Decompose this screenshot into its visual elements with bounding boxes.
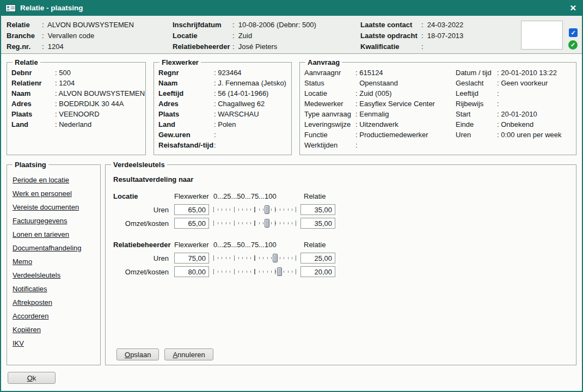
relatie-fieldset: Relatie Debnr: 500 Relatienr: 1204 Naam:…	[7, 58, 146, 155]
slider-handle[interactable]	[265, 219, 269, 228]
field-label: Leeftijd	[158, 88, 214, 99]
field-label: Naam	[158, 78, 214, 88]
slider-ticks	[213, 207, 296, 212]
slider-ticks	[213, 269, 296, 274]
verdeelsleutels-legend: Verdeelsleutels	[111, 161, 167, 169]
status-icon-column: ✓ ✓	[563, 20, 578, 50]
field-value: : Geen voorkeur	[497, 78, 548, 88]
field-label: Locatie	[173, 30, 232, 41]
field-value: :	[214, 130, 216, 140]
field-value: : Zuid	[232, 30, 252, 41]
close-icon[interactable]: ✕	[569, 4, 576, 12]
ratio-row-locatie-uren: Uren	[113, 204, 568, 215]
ratio-row-beheerder-omzet: Omzet/kosten	[113, 266, 568, 277]
sidebar-item-ikv[interactable]: IKV	[13, 336, 24, 350]
field-label: Inschrijfdatum	[173, 20, 232, 30]
aanvraag-legend: Aanvraag	[305, 58, 342, 66]
flexwerker-pct-input[interactable]	[174, 253, 209, 264]
relatie-pct-input[interactable]	[300, 253, 335, 264]
field-value: : Eenmalig	[355, 109, 389, 119]
field-value: : Vervallen code	[42, 30, 94, 41]
ratio-row-beheerder-uren: Uren	[113, 253, 568, 264]
field-value: : 20-01-2010 13:22	[497, 68, 557, 78]
field-label: Reisafstand/-tijd	[158, 140, 214, 150]
sidebar-item-verdeelsleutels[interactable]: Verdeelsleutels	[13, 268, 60, 282]
aanvraag-fieldset: Aanvraag Aanvraagnr: 615124 Status Opens…	[299, 58, 576, 155]
column-header-relatie: Relatie	[300, 192, 335, 200]
field-value: : Nederland	[55, 119, 91, 130]
relatie-pct-input[interactable]	[300, 266, 335, 277]
plaatsing-nav-fieldset: Plaatsing Periode en locatie Werk en per…	[7, 161, 101, 365]
field-label: Werktijden	[304, 140, 355, 150]
form-buttons: Opslaan Annuleren	[113, 348, 568, 360]
column-header-flexwerker: Flexwerker	[174, 241, 209, 249]
sidebar-item-aftrekposten[interactable]: Aftrekposten	[13, 296, 52, 309]
field-value: :	[355, 140, 358, 150]
aanvraag-columns: Aanvraagnr: 615124 Status Openstaand Loc…	[304, 68, 572, 150]
group-header-relatiebeheerder: Relatiebeheerder Flexwerker 0...25...50.…	[113, 241, 568, 249]
slider-ticks	[213, 255, 296, 261]
dialog-content: Relatie Debnr: 500 Relatienr: 1204 Naam:…	[1, 54, 582, 391]
ratio-slider[interactable]	[213, 218, 296, 228]
summary-fieldsets-row: Relatie Debnr: 500 Relatienr: 1204 Naam:…	[7, 58, 576, 155]
ratio-slider[interactable]	[213, 205, 296, 215]
sidebar-item-factuurgegevens[interactable]: Factuurgegevens	[13, 214, 67, 228]
dialog-footer: Ok	[7, 365, 576, 384]
slider-handle[interactable]	[265, 205, 269, 214]
sidebar-item-memo[interactable]: Memo	[13, 255, 32, 268]
field-label: Gew.uren	[158, 130, 214, 140]
slider-handle[interactable]	[277, 267, 282, 276]
sidebar-item-vereiste-documenten[interactable]: Vereiste documenten	[13, 200, 79, 214]
ratio-slider[interactable]	[213, 267, 296, 277]
field-label: Geslacht	[456, 78, 497, 88]
field-value: : Uitzendwerk	[355, 119, 398, 130]
flexwerker-pct-input[interactable]	[174, 218, 209, 229]
button-label: pslaan	[130, 351, 151, 359]
field-label: Relatiebeheerder	[173, 41, 232, 52]
field-value: : Productiemedewerker	[355, 130, 428, 140]
field-value: :	[497, 88, 499, 99]
sidebar-item-lonen-en-tarieven[interactable]: Lonen en tarieven	[13, 228, 69, 241]
sidebar-item-kopieren[interactable]: Kopiëren	[13, 323, 41, 336]
annuleren-button[interactable]: Annuleren	[164, 348, 213, 360]
slider-ticks	[213, 220, 296, 226]
slider-handle[interactable]	[273, 254, 278, 262]
relatie-pct-input[interactable]	[300, 204, 335, 215]
field-label: Relatienr	[11, 78, 55, 88]
button-hotkey: A	[173, 351, 177, 359]
sidebar-item-notificaties[interactable]: Notificaties	[13, 282, 47, 296]
field-label: Medewerker	[304, 99, 355, 109]
sidebar-item-accorderen[interactable]: Accorderen	[13, 309, 48, 323]
ok-button[interactable]: Ok	[8, 372, 56, 384]
window-icon	[5, 4, 16, 12]
column-header-flexwerker: Flexwerker	[174, 192, 209, 200]
plaatsing-nav: Periode en locatie Werk en personeel Ver…	[11, 170, 96, 353]
field-label: Plaats	[11, 109, 55, 119]
field-label: Adres	[158, 99, 214, 109]
field-label: Start	[456, 109, 497, 119]
ratio-slider[interactable]	[213, 253, 296, 263]
field-label: Kwalificatie	[360, 41, 421, 52]
sidebar-item-periode-en-locatie[interactable]: Periode en locatie	[13, 173, 69, 187]
window-title: Relatie - plaatsing	[20, 4, 565, 12]
sidebar-item-documentafhandeling[interactable]: Documentafhandeling	[13, 241, 81, 255]
flexwerker-pct-input[interactable]	[174, 204, 209, 215]
field-label: Leeftijd	[456, 88, 497, 99]
slider-scale-header: 0...25...50...75...100	[213, 241, 296, 249]
field-label: Uren	[456, 130, 497, 140]
opslaan-button[interactable]: Opslaan	[116, 348, 159, 360]
field-value: :	[497, 99, 499, 109]
group-name: Locatie	[113, 192, 174, 200]
field-label: Locatie	[304, 88, 355, 99]
field-label: Laatste contact	[360, 20, 421, 30]
field-label: Reg.nr.	[7, 41, 42, 52]
field-label: Status	[304, 78, 355, 88]
flexwerker-fieldset: Flexwerker Regnr: 923464 Naam: J. Fennem…	[154, 58, 292, 155]
relatie-pct-input[interactable]	[300, 218, 335, 229]
flexwerker-pct-input[interactable]	[174, 266, 209, 277]
blue-checkbox-icon[interactable]: ✓	[569, 28, 578, 37]
field-label: Laatste opdracht	[360, 30, 421, 41]
button-label: nnuleren	[177, 351, 205, 359]
field-label: Land	[158, 119, 214, 130]
sidebar-item-werk-en-personeel[interactable]: Werk en personeel	[13, 187, 72, 200]
